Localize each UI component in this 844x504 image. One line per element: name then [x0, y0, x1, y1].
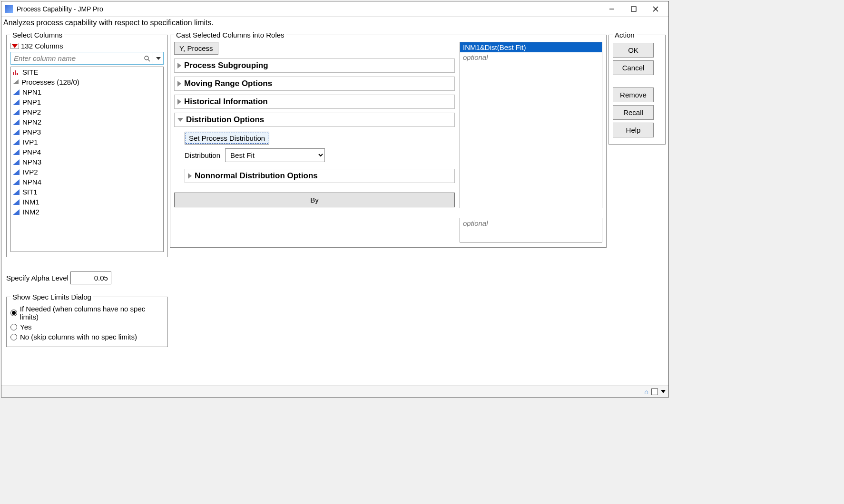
spec-limits-option[interactable]: Yes [10, 322, 164, 332]
column-item[interactable]: NPN4 [11, 177, 163, 187]
continuous-icon [13, 119, 20, 125]
alpha-input[interactable] [70, 271, 111, 284]
disclosure-icon[interactable] [177, 99, 181, 105]
svg-rect-6 [13, 72, 14, 75]
column-label: PNP3 [22, 128, 41, 136]
y-process-button[interactable]: Y, Process [174, 42, 218, 55]
spec-limits-option[interactable]: If Needed (when columns have no spec lim… [10, 304, 164, 322]
column-item[interactable]: NPN2 [11, 117, 163, 127]
cancel-button[interactable]: Cancel [613, 60, 654, 75]
spec-limits-legend: Show Spec Limits Dialog [10, 293, 93, 301]
continuous-icon [13, 189, 20, 195]
svg-line-5 [148, 59, 150, 61]
column-item[interactable]: IVP2 [11, 167, 163, 177]
distribution-label: Distribution [185, 151, 220, 159]
alpha-label: Specify Alpha Level [6, 274, 69, 282]
section-moving-range[interactable]: Moving Range Options [182, 79, 274, 88]
column-item[interactable]: NPN3 [11, 157, 163, 167]
svg-point-4 [145, 56, 148, 60]
group-disclosure-icon [13, 79, 19, 84]
column-site[interactable]: SITE [11, 67, 163, 77]
set-process-distribution-button[interactable]: Set Process Distribution [185, 132, 269, 145]
action-panel: Action OK Cancel Remove Recall Help [608, 31, 666, 145]
column-item[interactable]: PNP3 [11, 127, 163, 137]
status-square-icon[interactable] [651, 388, 658, 395]
columns-count: 132 Columns [21, 42, 63, 50]
distribution-select[interactable]: Best Fit [225, 148, 325, 162]
continuous-icon [13, 179, 20, 185]
column-item[interactable]: INM2 [11, 207, 163, 217]
nominal-icon [13, 69, 20, 75]
continuous-icon [13, 139, 20, 145]
continuous-icon [13, 149, 20, 155]
section-nonnormal[interactable]: Nonnormal Distribution Options [193, 171, 320, 181]
section-historical[interactable]: Historical Information [182, 97, 270, 107]
column-item[interactable]: IVP1 [11, 137, 163, 147]
app-window: Process Capability - JMP Pro Analyzes pr… [1, 1, 669, 397]
svg-rect-7 [15, 70, 16, 75]
by-button[interactable]: By [174, 193, 455, 207]
column-label: NPN1 [22, 88, 41, 96]
search-options-dropdown[interactable] [153, 52, 163, 64]
column-item[interactable]: NPN1 [11, 87, 163, 97]
column-search [10, 52, 164, 65]
column-label: PNP4 [22, 148, 41, 156]
by-role-list[interactable]: optional [460, 218, 602, 242]
column-group-processes[interactable]: Processes (128/0) [11, 77, 163, 87]
column-label: NPN4 [22, 178, 41, 186]
y-process-role-list[interactable]: INM1&Dist(Best Fit) optional [460, 42, 602, 208]
spec-limits-option[interactable]: No (skip columns with no spec limits) [10, 332, 164, 342]
radio-label: Yes [20, 323, 31, 331]
column-search-input[interactable] [11, 52, 141, 64]
continuous-icon [13, 169, 20, 175]
svg-rect-8 [17, 73, 18, 75]
column-label: INM2 [22, 208, 39, 216]
column-label: PNP2 [22, 108, 41, 116]
action-legend: Action [613, 31, 637, 39]
svg-rect-1 [631, 7, 636, 11]
column-item[interactable]: SIT1 [11, 187, 163, 197]
dialog-description: Analyzes process capability with respect… [1, 17, 668, 31]
column-item[interactable]: PNP1 [11, 97, 163, 107]
column-label: IVP1 [22, 138, 38, 146]
by-item-optional: optional [460, 218, 602, 228]
disclosure-icon[interactable] [188, 173, 192, 179]
continuous-icon [13, 129, 20, 135]
spec-limits-group: Show Spec Limits Dialog If Needed (when … [6, 293, 168, 347]
continuous-icon [13, 199, 20, 205]
ok-button[interactable]: OK [613, 43, 654, 58]
disclosure-open-icon[interactable] [177, 118, 183, 122]
column-item[interactable]: INM1 [11, 197, 163, 207]
titlebar: Process Capability - JMP Pro [1, 1, 668, 17]
remove-button[interactable]: Remove [613, 87, 654, 102]
help-button[interactable]: Help [613, 123, 654, 137]
section-process-subgrouping[interactable]: Process Subgrouping [182, 61, 270, 70]
continuous-icon [13, 99, 20, 105]
columns-list[interactable]: SITE Processes (128/0) NPN1PNP1PNP2NPN2P… [10, 67, 164, 252]
continuous-icon [13, 89, 20, 95]
home-icon[interactable]: ⌂ [645, 388, 648, 396]
column-label: INM1 [22, 198, 39, 206]
column-label: SIT1 [22, 188, 38, 196]
radio-icon [10, 334, 17, 340]
column-item[interactable]: PNP4 [11, 147, 163, 157]
continuous-icon [13, 209, 20, 215]
columns-menu-button[interactable] [10, 43, 19, 49]
maximize-button[interactable] [623, 1, 645, 17]
status-triangle-icon[interactable] [661, 390, 666, 393]
continuous-icon [13, 159, 20, 165]
continuous-icon [13, 109, 20, 115]
cast-roles-panel: Cast Selected Columns into Roles Y, Proc… [170, 31, 607, 248]
cast-roles-legend: Cast Selected Columns into Roles [174, 31, 286, 39]
search-icon[interactable] [141, 52, 153, 64]
column-item[interactable]: PNP2 [11, 107, 163, 117]
role-item-selected[interactable]: INM1&Dist(Best Fit) [460, 42, 602, 52]
close-button[interactable] [645, 1, 667, 17]
disclosure-icon[interactable] [177, 81, 181, 87]
role-item-optional: optional [460, 52, 602, 62]
section-distribution-options[interactable]: Distribution Options [184, 115, 266, 125]
recall-button[interactable]: Recall [613, 105, 654, 120]
column-label: NPN3 [22, 158, 41, 166]
disclosure-icon[interactable] [177, 63, 181, 68]
minimize-button[interactable] [601, 1, 623, 17]
